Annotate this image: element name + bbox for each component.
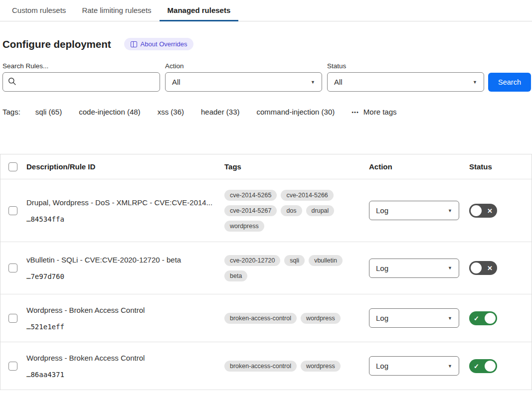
action-filter-value: All bbox=[172, 78, 180, 86]
tab-custom-rulesets[interactable]: Custom rulesets bbox=[4, 0, 74, 21]
row-checkbox[interactable] bbox=[8, 314, 17, 323]
rule-tag: drupal bbox=[306, 205, 335, 216]
about-overrides-link[interactable]: About Overrides bbox=[124, 38, 194, 50]
status-filter-label: Status bbox=[327, 62, 484, 70]
toggle-state-icon: ✓ bbox=[474, 314, 479, 322]
toggle-knob bbox=[485, 361, 496, 372]
search-rules-label: Search Rules... bbox=[2, 62, 160, 70]
action-filter-label: Action bbox=[165, 62, 322, 70]
table-row: vBulletin - SQLi - CVE:CVE-2020-12720 - … bbox=[0, 242, 532, 294]
rule-action-value: Log bbox=[376, 362, 388, 370]
rule-tag: cve-2014-5266 bbox=[281, 190, 333, 201]
chevron-down-icon: ▼ bbox=[448, 316, 452, 321]
col-header-status: Status bbox=[469, 162, 532, 171]
search-button[interactable]: Search bbox=[488, 73, 531, 92]
more-tags-label: More tags bbox=[363, 108, 397, 116]
managed-rules-table: Description/Rule ID Tags Action Status D… bbox=[0, 154, 532, 390]
toggle-state-icon: ✕ bbox=[487, 264, 493, 272]
ellipsis-icon: ••• bbox=[352, 109, 359, 115]
more-tags-button[interactable]: ••• More tags bbox=[352, 108, 396, 116]
row-checkbox[interactable] bbox=[8, 206, 17, 215]
row-checkbox[interactable] bbox=[8, 264, 17, 272]
rule-tag: cve-2014-5267 bbox=[224, 205, 277, 216]
rule-tag: wordpress bbox=[301, 313, 341, 324]
rule-tag: broken-access-control bbox=[224, 313, 297, 324]
table-row: Wordpress - Broken Access Control …86aa4… bbox=[0, 342, 532, 390]
tab-managed-rulesets[interactable]: Managed rulesets bbox=[160, 0, 239, 21]
select-all-checkbox[interactable] bbox=[8, 162, 17, 171]
toggle-knob bbox=[485, 313, 496, 324]
chevron-down-icon: ▼ bbox=[448, 208, 452, 213]
tag-filter-header[interactable]: header (33) bbox=[201, 108, 240, 116]
rule-description: Wordpress - Broken Access Control bbox=[26, 354, 217, 362]
rule-id: …521e1eff bbox=[26, 323, 217, 331]
action-filter-select[interactable]: All ▼ bbox=[165, 72, 322, 92]
rule-tag: beta bbox=[224, 270, 247, 281]
rule-action-select[interactable]: Log ▼ bbox=[369, 308, 459, 328]
rule-status-toggle[interactable]: ✓ bbox=[469, 311, 497, 325]
ruleset-tabbar: Custom rulesets Rate limiting rulesets M… bbox=[0, 0, 532, 21]
chevron-down-icon: ▼ bbox=[448, 364, 452, 369]
rule-id: …86aa4371 bbox=[26, 371, 217, 379]
tags-bar: Tags: sqli (65) code-injection (48) xss … bbox=[2, 108, 532, 116]
rule-id: …84534ffa bbox=[26, 215, 217, 223]
rule-tag: cve-2020-12720 bbox=[224, 255, 280, 266]
tag-filter-xss[interactable]: xss (36) bbox=[158, 108, 184, 116]
chevron-down-icon: ▼ bbox=[311, 80, 315, 85]
filter-row: Search Rules... Action All ▼ Status All … bbox=[2, 62, 532, 92]
table-header-row: Description/Rule ID Tags Action Status bbox=[0, 154, 532, 179]
rule-tag: broken-access-control bbox=[224, 361, 297, 372]
book-icon bbox=[131, 41, 137, 47]
search-rules-input[interactable] bbox=[2, 72, 160, 92]
rule-action-select[interactable]: Log ▼ bbox=[369, 201, 459, 220]
rule-action-select[interactable]: Log ▼ bbox=[369, 356, 459, 376]
page-title: Configure deployment bbox=[2, 38, 111, 50]
rule-action-value: Log bbox=[376, 314, 388, 322]
status-filter-select[interactable]: All ▼ bbox=[327, 72, 484, 92]
tag-filter-sqli[interactable]: sqli (65) bbox=[35, 108, 62, 116]
col-header-tags: Tags bbox=[224, 162, 369, 171]
tab-rate-limiting-rulesets[interactable]: Rate limiting rulesets bbox=[74, 0, 159, 21]
tags-bar-label: Tags: bbox=[2, 108, 20, 116]
rule-tag: dos bbox=[281, 205, 302, 216]
toggle-state-icon: ✕ bbox=[487, 207, 493, 214]
rule-description: Drupal, Wordpress - DoS - XMLRPC - CVE:C… bbox=[26, 198, 217, 207]
rule-action-value: Log bbox=[376, 264, 388, 272]
col-header-action: Action bbox=[369, 162, 469, 171]
rule-tag: wordpress bbox=[301, 361, 341, 372]
tag-filter-code-injection[interactable]: code-injection (48) bbox=[79, 108, 140, 116]
rule-status-toggle[interactable]: ✕ bbox=[469, 261, 497, 275]
toggle-state-icon: ✓ bbox=[474, 362, 479, 370]
table-row: Wordpress - Broken Access Control …521e1… bbox=[0, 294, 532, 342]
rule-tag: vbulletin bbox=[309, 255, 343, 266]
about-overrides-label: About Overrides bbox=[141, 40, 187, 48]
toggle-knob bbox=[471, 263, 482, 273]
rule-description: Wordpress - Broken Access Control bbox=[26, 306, 217, 314]
col-header-description: Description/Rule ID bbox=[26, 162, 224, 171]
row-checkbox[interactable] bbox=[8, 362, 17, 371]
rule-tag: sqli bbox=[284, 255, 305, 266]
rule-action-select[interactable]: Log ▼ bbox=[369, 259, 459, 278]
table-row: Drupal, Wordpress - DoS - XMLRPC - CVE:C… bbox=[0, 179, 532, 242]
heading-row: Configure deployment About Overrides bbox=[2, 38, 532, 50]
rule-tag: wordpress bbox=[224, 221, 264, 232]
rule-action-value: Log bbox=[376, 206, 388, 215]
rule-status-toggle[interactable]: ✕ bbox=[469, 204, 497, 218]
status-filter-value: All bbox=[334, 78, 343, 86]
chevron-down-icon: ▼ bbox=[448, 265, 452, 270]
rule-tag: cve-2014-5265 bbox=[224, 190, 277, 201]
rule-status-toggle[interactable]: ✓ bbox=[469, 359, 497, 373]
toggle-knob bbox=[471, 205, 482, 216]
rule-id: …7e97d760 bbox=[26, 272, 217, 280]
chevron-down-icon: ▼ bbox=[473, 80, 477, 85]
tag-filter-command-injection[interactable]: command-injection (30) bbox=[257, 108, 335, 116]
rule-description: vBulletin - SQLi - CVE:CVE-2020-12720 - … bbox=[26, 256, 217, 264]
